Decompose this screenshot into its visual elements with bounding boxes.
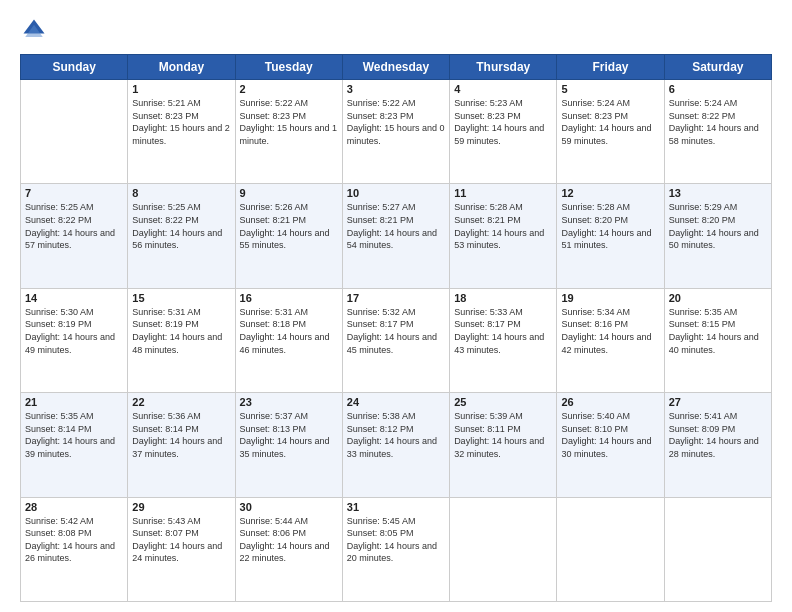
day-number: 30	[240, 501, 338, 513]
day-cell: 30Sunrise: 5:44 AMSunset: 8:06 PMDayligh…	[235, 497, 342, 601]
day-cell: 14Sunrise: 5:30 AMSunset: 8:19 PMDayligh…	[21, 288, 128, 392]
day-number: 26	[561, 396, 659, 408]
day-info: Sunrise: 5:35 AMSunset: 8:15 PMDaylight:…	[669, 306, 767, 356]
day-number: 22	[132, 396, 230, 408]
day-cell: 12Sunrise: 5:28 AMSunset: 8:20 PMDayligh…	[557, 184, 664, 288]
week-row-3: 21Sunrise: 5:35 AMSunset: 8:14 PMDayligh…	[21, 393, 772, 497]
day-cell: 29Sunrise: 5:43 AMSunset: 8:07 PMDayligh…	[128, 497, 235, 601]
header	[20, 16, 772, 44]
day-cell: 6Sunrise: 5:24 AMSunset: 8:22 PMDaylight…	[664, 80, 771, 184]
day-number: 29	[132, 501, 230, 513]
day-number: 20	[669, 292, 767, 304]
day-header-tuesday: Tuesday	[235, 55, 342, 80]
day-info: Sunrise: 5:24 AMSunset: 8:22 PMDaylight:…	[669, 97, 767, 147]
calendar-table: SundayMondayTuesdayWednesdayThursdayFrid…	[20, 54, 772, 602]
day-cell: 18Sunrise: 5:33 AMSunset: 8:17 PMDayligh…	[450, 288, 557, 392]
day-cell	[21, 80, 128, 184]
day-number: 7	[25, 187, 123, 199]
day-cell: 10Sunrise: 5:27 AMSunset: 8:21 PMDayligh…	[342, 184, 449, 288]
day-cell: 16Sunrise: 5:31 AMSunset: 8:18 PMDayligh…	[235, 288, 342, 392]
day-info: Sunrise: 5:24 AMSunset: 8:23 PMDaylight:…	[561, 97, 659, 147]
day-cell: 17Sunrise: 5:32 AMSunset: 8:17 PMDayligh…	[342, 288, 449, 392]
day-number: 9	[240, 187, 338, 199]
day-number: 4	[454, 83, 552, 95]
day-number: 23	[240, 396, 338, 408]
day-number: 25	[454, 396, 552, 408]
day-number: 28	[25, 501, 123, 513]
day-info: Sunrise: 5:25 AMSunset: 8:22 PMDaylight:…	[132, 201, 230, 251]
week-row-2: 14Sunrise: 5:30 AMSunset: 8:19 PMDayligh…	[21, 288, 772, 392]
day-number: 13	[669, 187, 767, 199]
day-info: Sunrise: 5:40 AMSunset: 8:10 PMDaylight:…	[561, 410, 659, 460]
day-cell: 19Sunrise: 5:34 AMSunset: 8:16 PMDayligh…	[557, 288, 664, 392]
week-row-4: 28Sunrise: 5:42 AMSunset: 8:08 PMDayligh…	[21, 497, 772, 601]
day-number: 12	[561, 187, 659, 199]
day-info: Sunrise: 5:27 AMSunset: 8:21 PMDaylight:…	[347, 201, 445, 251]
day-cell: 24Sunrise: 5:38 AMSunset: 8:12 PMDayligh…	[342, 393, 449, 497]
day-number: 6	[669, 83, 767, 95]
day-info: Sunrise: 5:43 AMSunset: 8:07 PMDaylight:…	[132, 515, 230, 565]
week-row-0: 1Sunrise: 5:21 AMSunset: 8:23 PMDaylight…	[21, 80, 772, 184]
day-info: Sunrise: 5:39 AMSunset: 8:11 PMDaylight:…	[454, 410, 552, 460]
day-number: 15	[132, 292, 230, 304]
day-cell: 4Sunrise: 5:23 AMSunset: 8:23 PMDaylight…	[450, 80, 557, 184]
day-number: 17	[347, 292, 445, 304]
day-info: Sunrise: 5:31 AMSunset: 8:19 PMDaylight:…	[132, 306, 230, 356]
day-header-wednesday: Wednesday	[342, 55, 449, 80]
day-info: Sunrise: 5:31 AMSunset: 8:18 PMDaylight:…	[240, 306, 338, 356]
day-number: 31	[347, 501, 445, 513]
week-row-1: 7Sunrise: 5:25 AMSunset: 8:22 PMDaylight…	[21, 184, 772, 288]
day-cell: 9Sunrise: 5:26 AMSunset: 8:21 PMDaylight…	[235, 184, 342, 288]
day-info: Sunrise: 5:45 AMSunset: 8:05 PMDaylight:…	[347, 515, 445, 565]
day-number: 16	[240, 292, 338, 304]
day-cell: 22Sunrise: 5:36 AMSunset: 8:14 PMDayligh…	[128, 393, 235, 497]
day-cell: 31Sunrise: 5:45 AMSunset: 8:05 PMDayligh…	[342, 497, 449, 601]
day-cell	[664, 497, 771, 601]
day-info: Sunrise: 5:21 AMSunset: 8:23 PMDaylight:…	[132, 97, 230, 147]
day-info: Sunrise: 5:32 AMSunset: 8:17 PMDaylight:…	[347, 306, 445, 356]
day-number: 1	[132, 83, 230, 95]
day-info: Sunrise: 5:26 AMSunset: 8:21 PMDaylight:…	[240, 201, 338, 251]
day-info: Sunrise: 5:42 AMSunset: 8:08 PMDaylight:…	[25, 515, 123, 565]
logo	[20, 16, 52, 44]
day-cell: 20Sunrise: 5:35 AMSunset: 8:15 PMDayligh…	[664, 288, 771, 392]
calendar-header: SundayMondayTuesdayWednesdayThursdayFrid…	[21, 55, 772, 80]
day-cell	[557, 497, 664, 601]
day-number: 14	[25, 292, 123, 304]
day-header-thursday: Thursday	[450, 55, 557, 80]
day-cell: 11Sunrise: 5:28 AMSunset: 8:21 PMDayligh…	[450, 184, 557, 288]
day-number: 18	[454, 292, 552, 304]
day-cell: 26Sunrise: 5:40 AMSunset: 8:10 PMDayligh…	[557, 393, 664, 497]
day-info: Sunrise: 5:36 AMSunset: 8:14 PMDaylight:…	[132, 410, 230, 460]
day-info: Sunrise: 5:38 AMSunset: 8:12 PMDaylight:…	[347, 410, 445, 460]
day-info: Sunrise: 5:30 AMSunset: 8:19 PMDaylight:…	[25, 306, 123, 356]
day-info: Sunrise: 5:25 AMSunset: 8:22 PMDaylight:…	[25, 201, 123, 251]
day-cell: 5Sunrise: 5:24 AMSunset: 8:23 PMDaylight…	[557, 80, 664, 184]
day-header-saturday: Saturday	[664, 55, 771, 80]
day-number: 27	[669, 396, 767, 408]
day-cell: 23Sunrise: 5:37 AMSunset: 8:13 PMDayligh…	[235, 393, 342, 497]
day-info: Sunrise: 5:44 AMSunset: 8:06 PMDaylight:…	[240, 515, 338, 565]
day-cell: 2Sunrise: 5:22 AMSunset: 8:23 PMDaylight…	[235, 80, 342, 184]
page: SundayMondayTuesdayWednesdayThursdayFrid…	[0, 0, 792, 612]
day-number: 21	[25, 396, 123, 408]
day-header-friday: Friday	[557, 55, 664, 80]
day-header-sunday: Sunday	[21, 55, 128, 80]
day-info: Sunrise: 5:33 AMSunset: 8:17 PMDaylight:…	[454, 306, 552, 356]
day-cell: 8Sunrise: 5:25 AMSunset: 8:22 PMDaylight…	[128, 184, 235, 288]
day-info: Sunrise: 5:28 AMSunset: 8:20 PMDaylight:…	[561, 201, 659, 251]
day-number: 3	[347, 83, 445, 95]
day-info: Sunrise: 5:34 AMSunset: 8:16 PMDaylight:…	[561, 306, 659, 356]
day-number: 19	[561, 292, 659, 304]
day-number: 11	[454, 187, 552, 199]
day-cell: 7Sunrise: 5:25 AMSunset: 8:22 PMDaylight…	[21, 184, 128, 288]
logo-icon	[20, 16, 48, 44]
day-cell: 15Sunrise: 5:31 AMSunset: 8:19 PMDayligh…	[128, 288, 235, 392]
day-info: Sunrise: 5:29 AMSunset: 8:20 PMDaylight:…	[669, 201, 767, 251]
day-cell: 27Sunrise: 5:41 AMSunset: 8:09 PMDayligh…	[664, 393, 771, 497]
day-number: 5	[561, 83, 659, 95]
day-cell: 21Sunrise: 5:35 AMSunset: 8:14 PMDayligh…	[21, 393, 128, 497]
day-cell: 25Sunrise: 5:39 AMSunset: 8:11 PMDayligh…	[450, 393, 557, 497]
day-info: Sunrise: 5:22 AMSunset: 8:23 PMDaylight:…	[347, 97, 445, 147]
day-number: 24	[347, 396, 445, 408]
